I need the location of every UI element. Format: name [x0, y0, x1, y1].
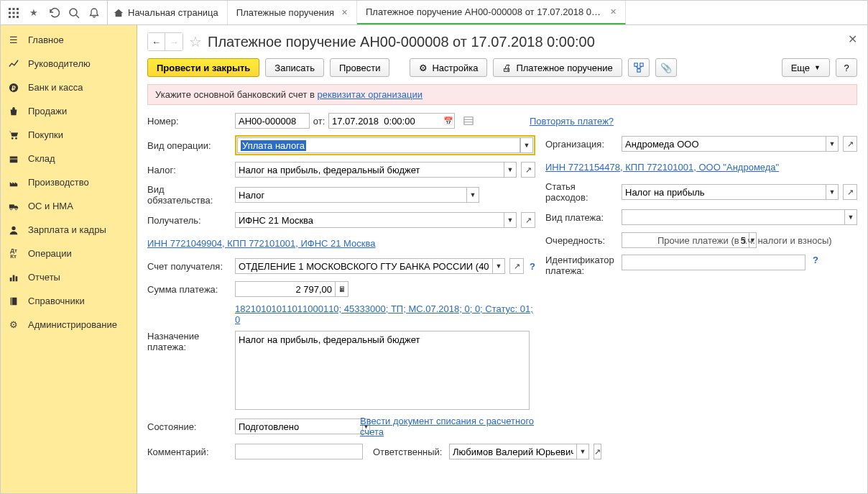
tax-input[interactable]	[235, 162, 504, 178]
number-input[interactable]	[235, 113, 310, 129]
svg-rect-8	[17, 16, 19, 18]
account-hint-icon[interactable]: ?	[530, 261, 535, 272]
sidebar-item-bank[interactable]: ₽Банк и касса	[1, 76, 137, 99]
bag-icon	[8, 106, 19, 116]
bell-icon[interactable]	[84, 3, 104, 23]
history-icon[interactable]	[44, 3, 64, 23]
settings-button[interactable]: ⚙Настройка	[410, 58, 487, 77]
sidebar-item-operations[interactable]: ДтКтОперации	[1, 242, 137, 265]
sidebar-item-catalogs[interactable]: Справочники	[1, 289, 137, 313]
expense-item-label: Статья расходов:	[545, 181, 619, 203]
sidebar-item-purchases[interactable]: Покупки	[1, 123, 137, 147]
nav-back-button[interactable]: ←	[148, 33, 165, 50]
recipient-input[interactable]	[235, 212, 504, 228]
chevron-down-icon[interactable]: ▼	[826, 136, 839, 152]
calculator-icon[interactable]: 🖩	[336, 281, 348, 297]
org-requisites-link[interactable]: реквизитах организации	[318, 89, 423, 100]
close-page-icon[interactable]: ✕	[848, 32, 857, 46]
sidebar-item-assets[interactable]: ОС и НМА	[1, 194, 137, 218]
amount-input[interactable]	[235, 281, 336, 297]
chevron-down-icon[interactable]: ▼	[504, 162, 517, 178]
sidebar-item-admin[interactable]: ⚙Администрирование	[1, 313, 137, 337]
comment-input[interactable]	[235, 444, 363, 459]
gear-icon: ⚙	[8, 319, 19, 330]
date-input[interactable]	[328, 113, 442, 129]
tab-home[interactable]: Начальная страница	[108, 1, 228, 24]
record-button[interactable]: Записать	[265, 58, 324, 77]
help-button[interactable]: ?	[836, 58, 857, 77]
svg-rect-23	[16, 276, 18, 281]
number-label: Номер:	[147, 116, 232, 127]
chevron-down-icon[interactable]: ▼	[844, 209, 857, 225]
op-type-select[interactable]: Уплата налога	[237, 137, 520, 153]
tab-payment-orders[interactable]: Платежные поручения ✕	[228, 1, 357, 24]
open-expense-item-button[interactable]: ↗	[843, 184, 857, 200]
open-org-button[interactable]: ↗	[843, 136, 857, 152]
post-button[interactable]: Провести	[330, 58, 390, 77]
close-icon[interactable]: ✕	[610, 7, 617, 17]
responsible-label: Ответственный:	[373, 447, 446, 457]
repeat-payment-link[interactable]: Повторять платеж?	[530, 116, 614, 127]
state-input[interactable]	[235, 418, 362, 434]
star-icon[interactable]: ★	[24, 3, 44, 23]
expense-item-input[interactable]	[622, 184, 826, 200]
recipient-details-link[interactable]: ИНН 7721049904, КПП 772101001, ИФНС 21 М…	[147, 238, 376, 249]
sidebar-item-hr[interactable]: Зарплата и кадры	[1, 218, 137, 242]
sidebar-item-main[interactable]: ☰Главное	[1, 28, 137, 52]
payment-type-input[interactable]	[622, 209, 844, 225]
obligation-input[interactable]	[235, 187, 466, 203]
priority-hint: Прочие платежи (в т.ч. налоги и взносы)	[657, 235, 832, 246]
paperclip-icon: 📎	[660, 63, 672, 73]
menu-icon: ☰	[8, 35, 19, 45]
chevron-down-icon[interactable]: ▼	[466, 187, 479, 203]
chevron-down-icon[interactable]: ▼	[492, 258, 505, 274]
svg-rect-0	[9, 8, 11, 10]
barchart-icon	[8, 273, 19, 283]
chart-line-icon	[8, 59, 19, 69]
form-layout-icon[interactable]	[463, 116, 474, 126]
sidebar-item-sales[interactable]: Продажи	[1, 99, 137, 123]
apps-icon[interactable]	[4, 3, 24, 23]
attachments-button[interactable]: 📎	[655, 58, 677, 77]
create-writeoff-link[interactable]: Ввести документ списания с расчетного сч…	[360, 416, 535, 437]
purpose-textarea[interactable]	[235, 331, 530, 410]
structure-button[interactable]	[628, 58, 650, 77]
payment-id-hint-icon[interactable]: ?	[813, 255, 818, 265]
search-icon[interactable]	[64, 3, 84, 23]
kbk-details-link[interactable]: 18210101011011000110; 45333000; ТП; МС.0…	[235, 303, 535, 325]
factory-icon	[8, 178, 19, 188]
recipient-account-input[interactable]	[235, 258, 492, 274]
sidebar-item-warehouse[interactable]: Склад	[1, 147, 137, 170]
sidebar-item-production[interactable]: Производство	[1, 170, 137, 194]
payment-id-label: Идентификатор платежа:	[545, 255, 619, 276]
svg-rect-7	[13, 16, 15, 18]
priority-label: Очередность:	[545, 235, 619, 246]
open-recipient-button[interactable]: ↗	[521, 212, 535, 228]
post-and-close-button[interactable]: Провести и закрыть	[147, 58, 259, 77]
sidebar-item-manager[interactable]: Руководителю	[1, 52, 137, 76]
chevron-down-icon[interactable]: ▼	[520, 137, 533, 153]
payment-id-input[interactable]	[622, 255, 805, 270]
tab-payment-order-doc[interactable]: Платежное поручение АН00-000008 от 17.07…	[357, 1, 626, 24]
more-button[interactable]: Еще▼	[782, 58, 830, 77]
svg-rect-22	[13, 275, 15, 281]
favorite-star-icon[interactable]: ☆	[189, 33, 202, 50]
close-icon[interactable]: ✕	[341, 8, 348, 17]
print-payment-button[interactable]: 🖨Платежное поручение	[493, 58, 622, 77]
svg-point-13	[11, 137, 14, 139]
chevron-down-icon[interactable]: ▼	[826, 184, 839, 200]
calendar-button[interactable]: 📅	[442, 113, 455, 129]
chevron-down-icon[interactable]: ▼	[504, 212, 517, 228]
page-title: Платежное поручение АН00-000008 от 17.07…	[208, 34, 595, 50]
org-details-link[interactable]: ИНН 7721154478, КПП 772101001, ООО "Андр…	[545, 162, 779, 173]
open-tax-button[interactable]: ↗	[521, 162, 535, 178]
nav-forward-button[interactable]: →	[165, 33, 183, 50]
op-type-label: Вид операции:	[147, 140, 232, 151]
truck-icon	[8, 201, 19, 211]
from-label: от:	[313, 116, 326, 127]
svg-rect-6	[9, 16, 11, 18]
open-recipient-account-button[interactable]: ↗	[509, 258, 524, 274]
sidebar-item-reports[interactable]: Отчеты	[1, 265, 137, 289]
person-icon	[8, 225, 19, 235]
org-input[interactable]	[622, 136, 826, 152]
